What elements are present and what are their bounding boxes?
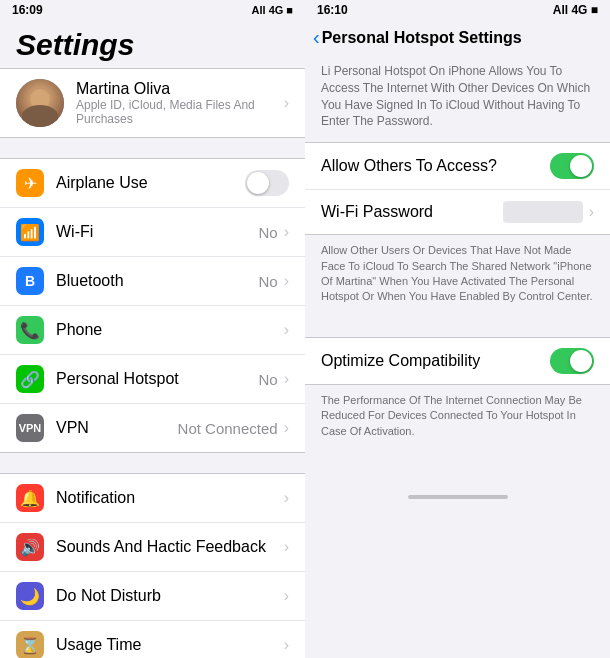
vpn-chevron: › bbox=[284, 419, 289, 437]
usage-chevron: › bbox=[284, 636, 289, 654]
right-time: 16:10 bbox=[317, 3, 348, 17]
allow-group: Allow Others To Access? Wi-Fi Password › bbox=[305, 142, 610, 235]
phone-row[interactable]: 📞 Phone › bbox=[0, 306, 305, 355]
hotspot-chevron: › bbox=[284, 370, 289, 388]
wifi-icon: 📶 bbox=[16, 218, 44, 246]
hotspot-row[interactable]: 🔗 Personal Hotspot No › bbox=[0, 355, 305, 404]
right-battery: ■ bbox=[591, 3, 598, 17]
wifi-label: Wi-Fi bbox=[56, 223, 258, 241]
optimize-label: Optimize Compatibility bbox=[321, 352, 550, 370]
profile-row[interactable]: Martina Oliva Apple ID, iCloud, Media Fi… bbox=[0, 68, 305, 138]
sounds-chevron: › bbox=[284, 538, 289, 556]
airplane-label: Airplane Use bbox=[56, 174, 245, 192]
usage-icon: ⌛ bbox=[16, 631, 44, 658]
bluetooth-value: No bbox=[258, 273, 277, 290]
allow-access-toggle[interactable] bbox=[550, 153, 594, 179]
right-header: ‹ Personal Hotspot Settings bbox=[305, 20, 610, 55]
hotspot-icon: 🔗 bbox=[16, 365, 44, 393]
profile-sub: Apple ID, iCloud, Media Files And Purcha… bbox=[76, 98, 284, 126]
optimize-info: The Performance Of The Internet Connecti… bbox=[305, 385, 610, 451]
notifications-group: 🔔 Notification › 🔊 Sounds And Hactic Fee… bbox=[0, 473, 305, 658]
left-status-bar: 16:09 All 4G ■ bbox=[0, 0, 305, 20]
left-network: All 4G bbox=[252, 4, 284, 16]
bluetooth-row[interactable]: B Bluetooth No › bbox=[0, 257, 305, 306]
back-arrow-icon: ‹ bbox=[313, 26, 320, 49]
dnd-row[interactable]: 🌙 Do Not Disturb › bbox=[0, 572, 305, 621]
vpn-row[interactable]: VPN VPN Not Connected › bbox=[0, 404, 305, 452]
wifi-password-field[interactable] bbox=[503, 201, 583, 223]
airplane-row[interactable]: ✈ Airplane Use bbox=[0, 159, 305, 208]
sounds-icon: 🔊 bbox=[16, 533, 44, 561]
phone-label: Phone bbox=[56, 321, 284, 339]
notification-label: Notification bbox=[56, 489, 284, 507]
hotspot-info: Li Personal Hotspot On iPhone Allows You… bbox=[305, 55, 610, 142]
left-panel: 16:09 All 4G ■ Settings Martina Oliva Ap… bbox=[0, 0, 305, 658]
notification-icon: 🔔 bbox=[16, 484, 44, 512]
right-network: All 4G bbox=[553, 3, 588, 17]
right-status-bar: 16:10 All 4G ■ bbox=[305, 0, 610, 20]
sounds-label: Sounds And Hactic Feedback bbox=[56, 538, 284, 556]
allow-access-label: Allow Others To Access? bbox=[321, 157, 550, 175]
hotspot-label: Personal Hotspot bbox=[56, 370, 258, 388]
right-panel: 16:10 All 4G ■ ‹ Personal Hotspot Settin… bbox=[305, 0, 610, 658]
left-time: 16:09 bbox=[12, 3, 43, 17]
phone-icon: 📞 bbox=[16, 316, 44, 344]
dnd-chevron: › bbox=[284, 587, 289, 605]
wifi-password-chevron: › bbox=[589, 203, 594, 221]
optimize-group: Optimize Compatibility bbox=[305, 337, 610, 385]
right-network-info: All 4G ■ bbox=[553, 3, 598, 17]
avatar-image bbox=[16, 79, 64, 127]
allow-info: Allow Other Users Or Devices That Have N… bbox=[305, 235, 610, 317]
bluetooth-label: Bluetooth bbox=[56, 272, 258, 290]
wifi-password-row[interactable]: Wi-Fi Password › bbox=[305, 190, 610, 234]
profile-name: Martina Oliva bbox=[76, 80, 284, 98]
notification-row[interactable]: 🔔 Notification › bbox=[0, 474, 305, 523]
wifi-chevron: › bbox=[284, 223, 289, 241]
usage-label: Usage Time bbox=[56, 636, 284, 654]
avatar bbox=[16, 79, 64, 127]
right-title: Personal Hotspot Settings bbox=[322, 29, 594, 47]
dnd-label: Do Not Disturb bbox=[56, 587, 284, 605]
vpn-value: Not Connected bbox=[178, 420, 278, 437]
optimize-row[interactable]: Optimize Compatibility bbox=[305, 338, 610, 384]
left-network-info: All 4G ■ bbox=[252, 4, 293, 16]
section-gap bbox=[305, 317, 610, 337]
usage-row[interactable]: ⌛ Usage Time › bbox=[0, 621, 305, 658]
phone-chevron: › bbox=[284, 321, 289, 339]
profile-info: Martina Oliva Apple ID, iCloud, Media Fi… bbox=[76, 80, 284, 126]
right-content: Li Personal Hotspot On iPhone Allows You… bbox=[305, 55, 610, 658]
vpn-label: VPN bbox=[56, 419, 178, 437]
profile-chevron: › bbox=[284, 94, 289, 112]
wifi-password-label: Wi-Fi Password bbox=[321, 203, 503, 221]
vpn-icon: VPN bbox=[16, 414, 44, 442]
wifi-row[interactable]: 📶 Wi-Fi No › bbox=[0, 208, 305, 257]
dnd-icon: 🌙 bbox=[16, 582, 44, 610]
settings-title: Settings bbox=[0, 20, 305, 68]
optimize-toggle[interactable] bbox=[550, 348, 594, 374]
bluetooth-chevron: › bbox=[284, 272, 289, 290]
back-button[interactable]: ‹ bbox=[313, 26, 322, 49]
bluetooth-icon: B bbox=[16, 267, 44, 295]
allow-access-row[interactable]: Allow Others To Access? bbox=[305, 143, 610, 190]
hotspot-value: No bbox=[258, 371, 277, 388]
airplane-icon: ✈ bbox=[16, 169, 44, 197]
sounds-row[interactable]: 🔊 Sounds And Hactic Feedback › bbox=[0, 523, 305, 572]
wifi-value: No bbox=[258, 224, 277, 241]
airplane-toggle[interactable] bbox=[245, 170, 289, 196]
connectivity-group: ✈ Airplane Use 📶 Wi-Fi No › B Bluetooth … bbox=[0, 158, 305, 453]
home-indicator bbox=[408, 495, 508, 499]
notification-chevron: › bbox=[284, 489, 289, 507]
left-battery: ■ bbox=[286, 4, 293, 16]
